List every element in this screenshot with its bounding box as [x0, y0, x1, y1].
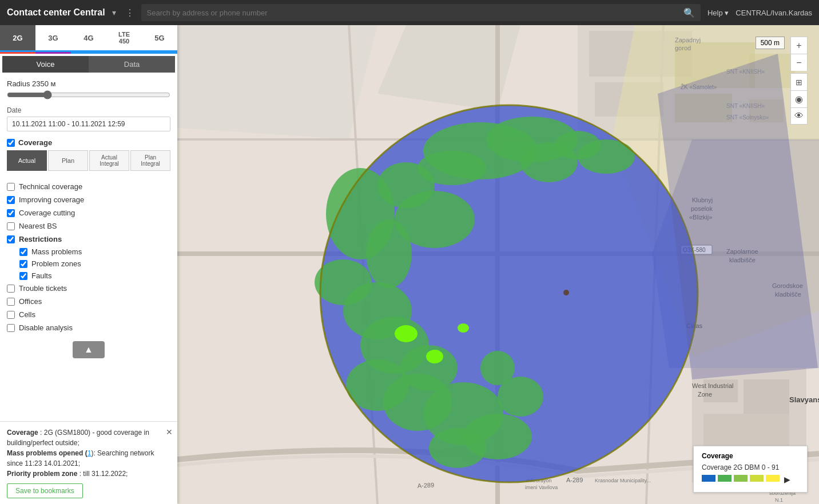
help-button[interactable]: Help ▾ [707, 9, 729, 17]
map-area[interactable]: Zapadnyj gorod SNT «KNIISH» SNT «KNIISH»… [177, 25, 819, 504]
restrictions-item: Restrictions [7, 233, 170, 246]
zoom-out-button[interactable]: − [790, 54, 808, 71]
left-panel: 2G 3G 4G LTE450 5G Voice Data Radius 235… [0, 25, 177, 504]
map-controls: + − ⊞ ◉ 👁 [790, 37, 808, 125]
list-item: Offices [7, 295, 170, 308]
radius-slider[interactable] [7, 90, 170, 99]
list-item: Nearest BS [7, 219, 170, 233]
right-controls: Help ▾ CENTRAL/Ivan.Kardas [707, 9, 812, 17]
cov-btn-actual-integral[interactable]: ActualIntegral [89, 150, 129, 171]
coverage-buttons: Actual Plan ActualIntegral PlanIntegral [7, 150, 170, 171]
tab-2g[interactable]: 2G [0, 25, 35, 50]
check-list: Technical coverage Improving coverage Co… [0, 178, 177, 337]
technical-coverage-checkbox[interactable] [7, 183, 15, 191]
list-item: Improving coverage [7, 193, 170, 206]
menu-dots-icon[interactable]: ⋮ [125, 7, 134, 18]
layers-button[interactable]: ◉ [790, 90, 808, 107]
date-input[interactable] [7, 117, 170, 131]
radius-label: Radius 2350 м [7, 79, 56, 88]
trouble-tickets-label[interactable]: Trouble tickets [19, 284, 67, 293]
mass-problems-checkbox[interactable] [19, 248, 27, 256]
user-menu[interactable]: CENTRAL/Ivan.Kardas [735, 9, 812, 17]
svg-point-73 [458, 323, 469, 333]
legend-color-yellow-green [750, 475, 764, 482]
cells-label[interactable]: Cells [19, 310, 35, 319]
legend-arrow-icon[interactable]: ▶ [784, 475, 790, 484]
visibility-button[interactable]: 👁 [790, 107, 808, 125]
svg-point-68 [429, 428, 486, 468]
svg-text:A-289: A-289 [417, 481, 434, 489]
disable-analysis-label[interactable]: Disable analysis [19, 323, 73, 332]
coverage-legend: Coverage Coverage 2G DBM 0 - 91 ▶ [693, 446, 808, 493]
coverage-label[interactable]: Coverage [18, 138, 52, 147]
faults-label[interactable]: Faults [31, 271, 51, 280]
tab-voice[interactable]: Voice [2, 56, 89, 73]
map-scale: 500 m [756, 37, 785, 49]
improving-coverage-label[interactable]: Improving coverage [19, 195, 84, 204]
info-priority-text: : till 31.12.2022; [79, 470, 128, 478]
coverage-checkbox[interactable] [7, 139, 15, 147]
trouble-tickets-checkbox[interactable] [7, 285, 15, 293]
search-icon[interactable]: 🔍 [683, 7, 695, 18]
problem-zones-checkbox[interactable] [19, 260, 27, 268]
improving-coverage-checkbox[interactable] [7, 196, 15, 204]
info-priority-line: Priority problem zone : till 31.12.2022; [7, 469, 170, 479]
save-to-bookmarks-button[interactable]: Save to bookmarks [7, 483, 83, 498]
mass-problems-label[interactable]: Mass problems [31, 247, 82, 256]
list-item: Trouble tickets [7, 282, 170, 295]
coverage-cutting-checkbox[interactable] [7, 209, 15, 217]
svg-text:gorod: gorod [675, 45, 691, 51]
offices-label[interactable]: Offices [19, 297, 42, 306]
network-tabs-underline [0, 52, 177, 54]
info-coverage-line: Coverage : 2G (GSM1800) - good coverage … [7, 427, 170, 448]
tab-data[interactable]: Data [89, 56, 175, 73]
list-item: Technical coverage [7, 180, 170, 193]
cov-btn-plan[interactable]: Plan [48, 150, 88, 171]
info-mass-label: Mass problems opened ( [7, 449, 88, 457]
list-item: Mass problems [7, 246, 170, 258]
legend-title: Coverage [702, 452, 799, 460]
main-layout: 2G 3G 4G LTE450 5G Voice Data Radius 235… [0, 25, 819, 504]
cov-btn-actual[interactable]: Actual [7, 150, 47, 171]
title-dropdown-icon[interactable]: ▾ [112, 8, 116, 17]
zoom-in-button[interactable]: + [790, 37, 808, 54]
technical-coverage-label[interactable]: Technical coverage [19, 182, 82, 191]
close-icon[interactable]: ✕ [166, 426, 173, 438]
svg-text:West Industrial: West Industrial [692, 382, 734, 389]
svg-point-70 [480, 351, 515, 385]
restrictions-checkbox[interactable] [7, 235, 15, 243]
coverage-cutting-label[interactable]: Coverage cutting [19, 209, 75, 217]
list-item: Cells [7, 308, 170, 321]
cov-btn-plan-integral[interactable]: PlanIntegral [130, 150, 170, 171]
problem-zones-label[interactable]: Problem zones [31, 259, 81, 268]
nearest-bs-checkbox[interactable] [7, 222, 15, 230]
network-tabs: 2G 3G 4G LTE450 5G [0, 25, 177, 52]
topbar: Contact center Central ▾ ⋮ 🔍 Help ▾ CENT… [0, 0, 819, 25]
tab-3g[interactable]: 3G [35, 25, 71, 50]
search-bar: 🔍 [141, 4, 701, 21]
map-type-button[interactable]: ⊞ [790, 73, 808, 90]
cells-checkbox[interactable] [7, 311, 15, 319]
coverage-header: Coverage [7, 138, 170, 147]
nearest-bs-label[interactable]: Nearest BS [19, 222, 57, 230]
tab-lte450[interactable]: LTE450 [106, 25, 142, 50]
svg-marker-5 [177, 25, 377, 139]
offices-checkbox[interactable] [7, 298, 15, 306]
legend-color-yellow [766, 475, 780, 482]
coverage-section: Coverage Actual Plan ActualIntegral Plan… [0, 136, 177, 178]
disable-analysis-checkbox[interactable] [7, 324, 15, 332]
legend-subtitle: Coverage 2G DBM 0 - 91 [702, 463, 799, 471]
svg-rect-19 [744, 379, 789, 414]
tab-4g[interactable]: 4G [71, 25, 106, 50]
tab-5g[interactable]: 5G [142, 25, 177, 50]
list-item: Faults [7, 270, 170, 282]
search-input[interactable] [147, 9, 679, 17]
svg-point-61 [377, 162, 435, 208]
restrictions-label[interactable]: Restrictions [19, 235, 62, 243]
scroll-up-button[interactable]: ▲ [73, 341, 105, 358]
info-box: ✕ Coverage : 2G (GSM1800) - good coverag… [0, 421, 177, 504]
svg-text:Slavyanskiy: Slavyanskiy [789, 395, 819, 404]
faults-checkbox[interactable] [19, 272, 27, 280]
list-item: Coverage cutting [7, 206, 170, 219]
legend-color-green-dark [718, 475, 731, 482]
